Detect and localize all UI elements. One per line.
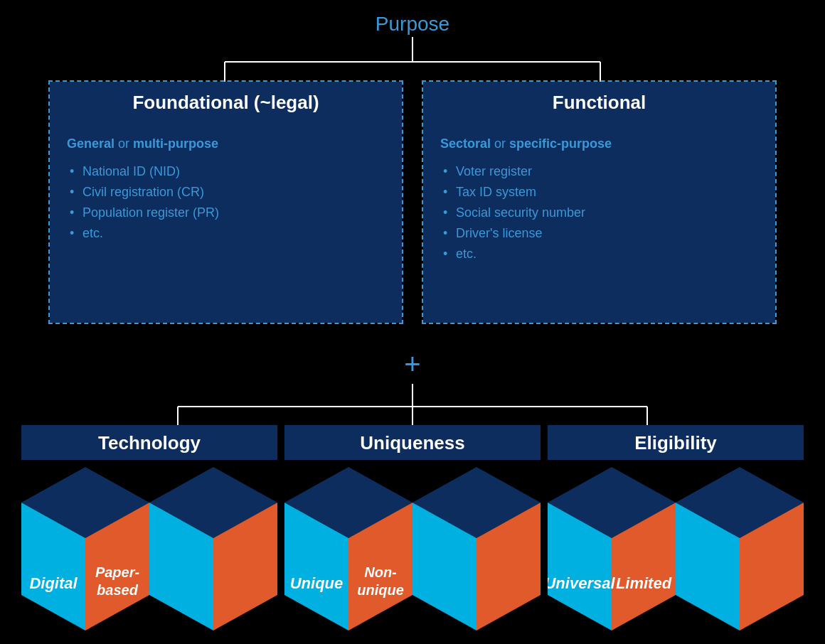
technology-label: Technology — [21, 425, 277, 460]
foundational-subtitle-bold1: General — [67, 136, 115, 151]
functional-subtitle-bold1: Sectoral — [440, 136, 491, 151]
foundational-subtitle-normal: or — [115, 136, 133, 151]
functional-body: Sectoral or specific-purpose Voter regis… — [423, 124, 775, 323]
functional-box: Functional Sectoral or specific-purpose … — [422, 80, 777, 324]
eligibility-group: Eligibility Universal Limited — [548, 425, 804, 638]
functional-header: Functional — [423, 82, 775, 124]
list-item: Tax ID system — [440, 182, 758, 203]
foundational-body: General or multi-purpose National ID (NI… — [50, 124, 402, 323]
purpose-label: Purpose — [376, 13, 449, 36]
list-item: Civil registration (CR) — [67, 182, 385, 203]
svg-text:Universal: Universal — [548, 574, 615, 592]
technology-cube-svg: Digital Paper- based — [21, 460, 277, 638]
list-item: Population register (PR) — [67, 203, 385, 223]
svg-text:Non-: Non- — [364, 564, 397, 580]
plus-sign: + — [404, 348, 420, 380]
uniqueness-label: Uniqueness — [284, 425, 541, 460]
foundational-list: National ID (NID) Civil registration (CR… — [67, 161, 385, 244]
foundational-box: Foundational (~legal) General or multi-p… — [48, 80, 403, 324]
foundational-subtitle: General or multi-purpose — [67, 136, 385, 151]
list-item: etc. — [67, 223, 385, 244]
svg-text:Digital: Digital — [29, 574, 78, 592]
list-item: Social security number — [440, 203, 758, 223]
eligibility-cube-svg: Universal Limited — [548, 460, 804, 638]
list-item: National ID (NID) — [67, 161, 385, 182]
functional-subtitle-bold2: specific-purpose — [509, 136, 612, 151]
tree-lines-bottom — [48, 384, 777, 430]
list-item: Driver's license — [440, 223, 758, 244]
svg-text:based: based — [97, 582, 139, 598]
functional-subtitle: Sectoral or specific-purpose — [440, 136, 758, 151]
list-item: Voter register — [440, 161, 758, 182]
svg-text:Unique: Unique — [290, 574, 344, 592]
svg-text:Paper-: Paper- — [95, 564, 140, 580]
foundational-header: Foundational (~legal) — [50, 82, 402, 124]
top-boxes: Foundational (~legal) General or multi-p… — [48, 80, 777, 324]
svg-text:Limited: Limited — [616, 574, 672, 592]
bottom-section: Technology Digital Paper- based Uniquene… — [21, 425, 804, 638]
svg-text:unique: unique — [357, 582, 404, 598]
uniqueness-group: Uniqueness Unique Non- unique — [284, 425, 541, 638]
foundational-subtitle-bold2: multi-purpose — [133, 136, 218, 151]
list-item: etc. — [440, 244, 758, 264]
tree-lines-top — [48, 37, 777, 87]
functional-list: Voter register Tax ID system Social secu… — [440, 161, 758, 264]
eligibility-label: Eligibility — [548, 425, 804, 460]
technology-group: Technology Digital Paper- based — [21, 425, 277, 638]
functional-subtitle-normal: or — [491, 136, 509, 151]
uniqueness-cube-svg: Unique Non- unique — [284, 460, 541, 638]
